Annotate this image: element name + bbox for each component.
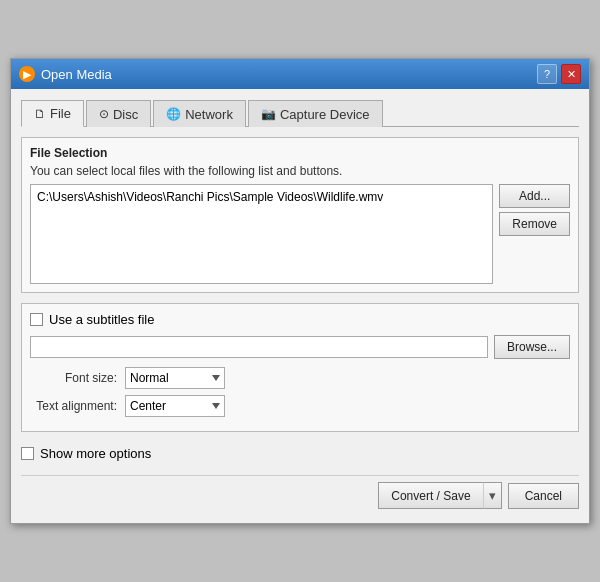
tab-disc-label: Disc [113,107,138,122]
title-bar-left: ▶ Open Media [19,66,112,82]
subtitle-controls: Browse... [30,335,570,359]
cancel-button[interactable]: Cancel [508,483,579,509]
dialog-window: ▶ Open Media ? ✕ 🗋 File ⊙ Disc 🌐 Network… [10,58,590,524]
network-tab-icon: 🌐 [166,107,181,121]
dialog-footer: Convert / Save ▾ Cancel [21,475,579,513]
subtitle-section: Use a subtitles file Browse... Font size… [21,303,579,432]
tab-bar: 🗋 File ⊙ Disc 🌐 Network 📷 Capture Device [21,99,579,127]
help-button[interactable]: ? [537,64,557,84]
close-button[interactable]: ✕ [561,64,581,84]
subtitle-checkbox-label: Use a subtitles file [49,312,155,327]
tab-network[interactable]: 🌐 Network [153,100,246,127]
convert-save-button-group: Convert / Save ▾ [378,482,501,509]
tab-file-label: File [50,106,71,121]
convert-save-button[interactable]: Convert / Save [378,482,482,509]
subtitle-browse-button[interactable]: Browse... [494,335,570,359]
disc-tab-icon: ⊙ [99,107,109,121]
tab-disc[interactable]: ⊙ Disc [86,100,151,127]
convert-save-arrow-icon: ▾ [489,488,496,503]
remove-button[interactable]: Remove [499,212,570,236]
font-size-label: Font size: [30,371,125,385]
dialog-body: 🗋 File ⊙ Disc 🌐 Network 📷 Capture Device… [11,89,589,523]
file-selection-section: File Selection You can select local file… [21,137,579,293]
text-alignment-select[interactable]: Left Center Right [125,395,225,417]
file-list[interactable]: C:\Users\Ashish\Videos\Ranchi Pics\Sampl… [30,184,493,284]
vlc-icon: ▶ [19,66,35,82]
file-action-buttons: Add... Remove [499,184,570,236]
window-title: Open Media [41,67,112,82]
subtitle-checkbox[interactable] [30,313,43,326]
subtitle-header: Use a subtitles file [30,312,570,327]
file-section-description: You can select local files with the foll… [30,164,570,178]
file-list-item: C:\Users\Ashish\Videos\Ranchi Pics\Sampl… [35,189,488,205]
capture-tab-icon: 📷 [261,107,276,121]
add-button[interactable]: Add... [499,184,570,208]
tab-capture-label: Capture Device [280,107,370,122]
show-more-checkbox[interactable] [21,447,34,460]
convert-save-dropdown-button[interactable]: ▾ [483,482,502,509]
text-alignment-row: Text alignment: Left Center Right [30,395,570,417]
font-size-select[interactable]: Smaller Small Normal Large Larger [125,367,225,389]
title-bar-buttons: ? ✕ [537,64,581,84]
font-size-row: Font size: Smaller Small Normal Large La… [30,367,570,389]
file-tab-icon: 🗋 [34,107,46,121]
file-section-title: File Selection [30,146,570,160]
title-bar: ▶ Open Media ? ✕ [11,59,589,89]
file-area: C:\Users\Ashish\Videos\Ranchi Pics\Sampl… [30,184,570,284]
tab-network-label: Network [185,107,233,122]
tab-file[interactable]: 🗋 File [21,100,84,127]
tab-capture[interactable]: 📷 Capture Device [248,100,383,127]
show-more-label: Show more options [40,446,151,461]
subtitle-file-input[interactable] [30,336,488,358]
show-more-row: Show more options [21,442,579,465]
text-alignment-label: Text alignment: [30,399,125,413]
